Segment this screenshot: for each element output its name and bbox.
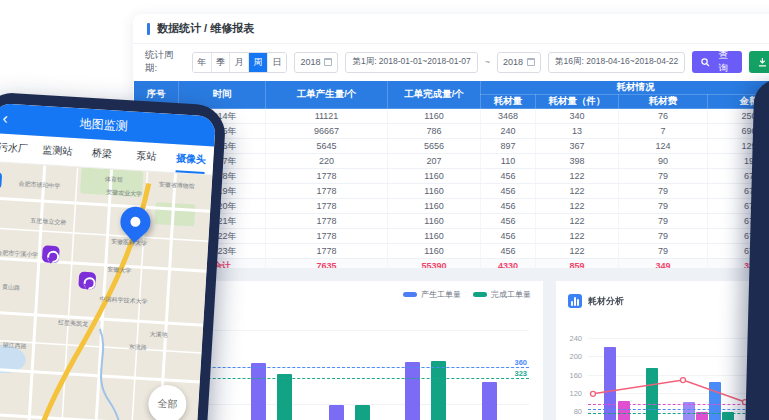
table-row: 72020年177811604561227967 <box>134 199 769 214</box>
bar-产生工单量 <box>329 405 344 420</box>
table-cell: 79 <box>619 199 708 214</box>
table-cell: 340 <box>536 109 619 124</box>
phone-tab-监测站[interactable]: 监测站 <box>34 136 80 167</box>
map-label: 黄山路 <box>2 283 21 293</box>
group-header: 耗材情况 <box>481 81 769 95</box>
bar-完成工单量 <box>431 361 446 420</box>
table-row: 42017年2202071103989019 <box>134 154 769 169</box>
breadcrumb-accent <box>147 23 150 35</box>
end-year-select[interactable]: 2018 <box>497 52 541 73</box>
table-cell: 11121 <box>266 109 388 124</box>
y-axis-tick: 160 <box>560 371 582 380</box>
breadcrumb: 数据统计 / 维修报表 <box>157 21 254 36</box>
table-cell: 5656 <box>388 139 481 154</box>
phone-screen: ‹ 地图监测 污水厂监测站桥梁泵站摄像头 合肥市琥珀中学体育馆安徽农业 <box>0 103 216 420</box>
map-label: 体育馆 <box>105 175 124 185</box>
period-option-周[interactable]: 周 <box>249 53 268 72</box>
y-axis-tick: 240 <box>560 334 582 343</box>
table-cell: 1160 <box>388 169 481 184</box>
gridline <box>588 338 769 339</box>
table-cell: 1778 <box>266 184 388 199</box>
period-option-日[interactable]: 日 <box>268 53 287 72</box>
table-cell: 79 <box>619 229 708 244</box>
chart-legend: 产生工单量完成工单量 <box>403 289 531 300</box>
start-year-value: 2018 <box>300 57 320 67</box>
map-label: 大溪地 <box>149 330 168 340</box>
table-row: 82021年177811604561227967 <box>134 214 769 229</box>
query-button[interactable]: 查询 <box>692 51 741 73</box>
table-cell: 367 <box>536 139 619 154</box>
legend-swatch <box>403 292 417 297</box>
phone-tab-泵站[interactable]: 泵站 <box>123 141 169 172</box>
map-label: 红星美凯龙 <box>58 318 88 329</box>
bar-产生工单量 <box>482 382 497 420</box>
breadcrumb-row: 数据统计 / 维修报表 <box>133 14 769 44</box>
bar-完成工单量 <box>355 405 370 420</box>
reference-line <box>588 409 769 410</box>
legend-label: 完成工单量 <box>491 289 531 300</box>
end-week-input[interactable]: 第16周: 2018-04-16~2018-04-22 <box>548 52 685 73</box>
table-row: 32016年56455656897367124129 <box>134 139 769 154</box>
table-cell: 220 <box>266 154 388 169</box>
phone-tab-桥梁[interactable]: 桥梁 <box>79 138 125 169</box>
end-year-value: 2018 <box>503 57 523 67</box>
table-cell: 456 <box>481 199 536 214</box>
table-cell: 456 <box>481 244 536 259</box>
table-cell: 79 <box>619 244 708 259</box>
table-row: 52018年177811604561227967 <box>134 169 769 184</box>
bar-完成工单量 <box>277 374 292 420</box>
table-cell: 456 <box>481 169 536 184</box>
y-axis-tick: 80 <box>560 407 582 416</box>
table-cell: 124 <box>619 139 708 154</box>
report-table: 序号时间工单产生量/个工单完成量/个耗材情况耗材量耗材量（件）耗材费金额1201… <box>133 80 769 289</box>
chart-title: 耗材分析 <box>588 295 624 308</box>
column-header: 工单完成量/个 <box>388 81 481 109</box>
start-year-select[interactable]: 2018 <box>294 52 338 73</box>
reference-line <box>588 404 769 405</box>
map-label: 东流路 <box>128 343 147 353</box>
start-week-input[interactable]: 第1周: 2018-01-01~2018-01-07 <box>345 52 477 73</box>
camera-marker[interactable] <box>42 245 60 263</box>
sub-column-header: 耗材费 <box>619 95 708 109</box>
calendar-icon <box>527 58 535 66</box>
table-cell: 1160 <box>388 214 481 229</box>
map-view[interactable]: 合肥市琥珀中学体育馆安徽农业大学安徽省博物馆五里墩立交桥安徽医科大学合肥市宁溪小… <box>0 162 212 420</box>
table-cell: 897 <box>481 139 536 154</box>
map-label: 安徽大学 <box>107 265 132 275</box>
table-row: 12014年111211160346834076250 <box>134 109 769 124</box>
table-cell: 1160 <box>388 229 481 244</box>
table-cell: 1160 <box>388 109 481 124</box>
table-cell: 1160 <box>388 184 481 199</box>
table-cell: 7 <box>619 124 708 139</box>
table-cell: 207 <box>388 154 481 169</box>
bar-产生工单量 <box>405 362 420 420</box>
table-cell: 96667 <box>266 124 388 139</box>
phone-tab-摄像头[interactable]: 摄像头 <box>168 144 214 175</box>
bar-chart-icon <box>568 294 582 308</box>
table-cell: 1160 <box>388 244 481 259</box>
map-roads <box>0 162 212 420</box>
table-cell: 76 <box>619 109 708 124</box>
table-cell: 456 <box>481 214 536 229</box>
table-cell: 786 <box>388 124 481 139</box>
period-segmented-control: 年季月周日 <box>192 52 287 73</box>
table-cell: 122 <box>536 199 619 214</box>
period-option-年[interactable]: 年 <box>193 53 212 72</box>
legend-swatch <box>473 292 487 297</box>
table-cell: 1778 <box>266 199 388 214</box>
export-excel-button[interactable]: 导出Excel <box>749 51 769 73</box>
table-cell: 1778 <box>266 214 388 229</box>
table-cell: 398 <box>536 154 619 169</box>
table-row: 22015年96667786240137690 <box>134 124 769 139</box>
period-option-季[interactable]: 季 <box>212 53 231 72</box>
period-option-月[interactable]: 月 <box>230 53 249 72</box>
phone-tab-污水厂[interactable]: 污水厂 <box>0 133 36 164</box>
map-label: 望江西路 <box>2 341 27 351</box>
table-cell: 240 <box>481 124 536 139</box>
legend-item: 产生工单量 <box>403 289 461 300</box>
range-separator: ~ <box>485 57 490 67</box>
table-cell: 79 <box>619 184 708 199</box>
camera-marker[interactable] <box>78 271 96 289</box>
y-axis-tick: 120 <box>560 389 582 398</box>
all-filter-label: 全部 <box>157 397 178 412</box>
